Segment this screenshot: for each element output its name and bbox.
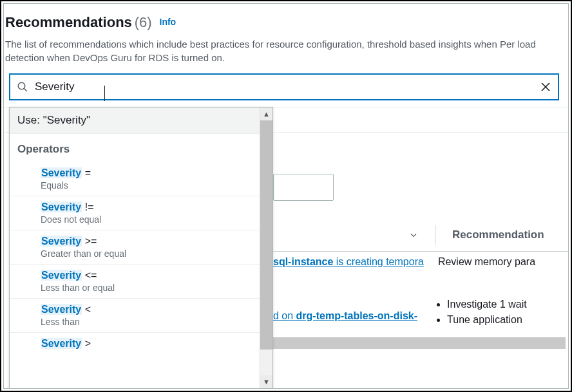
dropdown-select[interactable] xyxy=(273,174,334,201)
search-input[interactable] xyxy=(28,80,540,93)
operator-not-equals[interactable]: Severity != Does not equal xyxy=(10,196,260,230)
scroll-down-icon[interactable]: ▼ xyxy=(260,375,272,388)
panel-description: The list of recommendations which includ… xyxy=(4,33,568,73)
scroll-thumb[interactable] xyxy=(260,120,272,350)
column-divider xyxy=(435,225,435,245)
dropdown-list: Use: "Severity" Operators Severity = Equ… xyxy=(10,107,260,388)
table-row: sql-instance is creating tempora Review … xyxy=(273,256,568,292)
horizontal-scrollbar[interactable] xyxy=(273,337,566,349)
text-caret xyxy=(104,86,105,101)
operator-gt[interactable]: Severity > xyxy=(10,333,260,351)
column-headers: Recommendation xyxy=(273,218,568,252)
dropdown-section-header: Operators xyxy=(10,134,260,162)
filter-dropdown: Use: "Severity" Operators Severity = Equ… xyxy=(9,107,273,389)
column-recommendation[interactable]: Recommendation xyxy=(452,229,544,241)
app-frame: Recommendations (6) Info The list of rec… xyxy=(0,0,572,392)
svg-line-1 xyxy=(24,88,27,91)
panel-count: (6) xyxy=(135,14,152,30)
panel-header: Recommendations (6) Info xyxy=(4,14,568,33)
scroll-up-icon[interactable]: ▲ xyxy=(260,107,272,120)
info-link[interactable]: Info xyxy=(160,17,176,27)
search-bar[interactable] xyxy=(9,73,559,100)
panel: Recommendations (6) Info The list of rec… xyxy=(3,3,569,389)
dropdown-use-option[interactable]: Use: "Severity" xyxy=(10,107,260,134)
recommendation-text: Review memory para xyxy=(438,256,535,268)
operator-lt[interactable]: Severity < Less than xyxy=(10,299,260,333)
dropdown-scrollbar[interactable]: ▲ ▼ xyxy=(260,107,272,388)
svg-point-0 xyxy=(18,82,25,89)
search-icon xyxy=(17,81,28,93)
operator-gte[interactable]: Severity >= Greater than or equal xyxy=(10,230,260,265)
panel-title: Recommendations xyxy=(5,14,132,30)
insight-link[interactable]: sql-instance is creating tempora xyxy=(273,256,424,268)
operator-lte[interactable]: Severity <= Less than or equal xyxy=(10,265,260,299)
clear-search-icon[interactable] xyxy=(540,81,551,93)
insight-link[interactable]: d on drg-temp-tables-on-disk- xyxy=(273,310,417,322)
operator-equals[interactable]: Severity = Equals xyxy=(10,162,260,196)
recommendation-item: Investigate 1 wait xyxy=(447,299,527,310)
recommendation-item: Tune application xyxy=(447,314,527,326)
sort-icon[interactable] xyxy=(409,230,418,239)
recommendation-cell: Investigate 1 wait Tune application xyxy=(432,299,527,330)
